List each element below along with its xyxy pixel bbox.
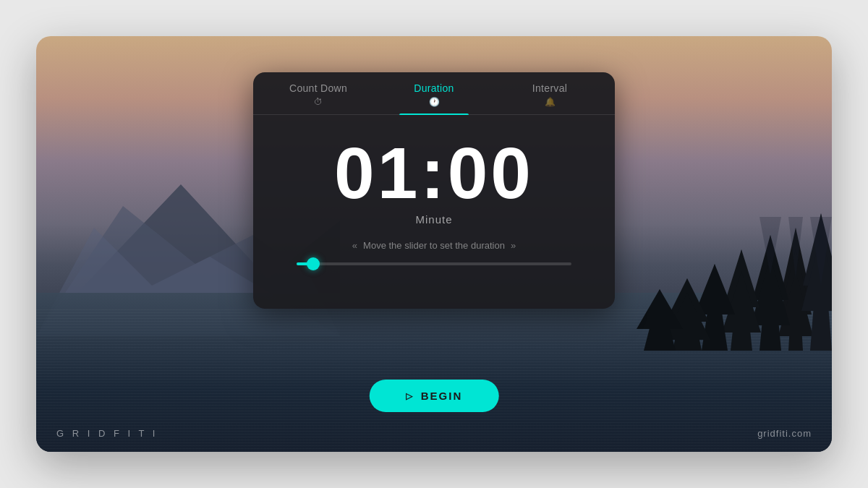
- main-panel: Count Down ⏱ Duration 🕐 Interval 🔔 01:00…: [253, 72, 615, 309]
- slider-container: [282, 262, 586, 265]
- tab-countdown-icon: ⏱: [314, 97, 323, 107]
- tab-duration-icon: 🕐: [429, 97, 440, 107]
- tab-duration[interactable]: Duration 🕐: [376, 72, 492, 114]
- timer-unit: Minute: [415, 213, 452, 226]
- slider-hint: « Move the slider to set the duration »: [352, 240, 516, 251]
- tree-silhouettes: [600, 83, 832, 351]
- tab-countdown-label: Count Down: [289, 82, 347, 94]
- begin-button-wrapper: ▷ BEGIN: [370, 380, 499, 412]
- tab-bar: Count Down ⏱ Duration 🕐 Interval 🔔: [253, 72, 615, 115]
- begin-button[interactable]: ▷ BEGIN: [370, 380, 499, 412]
- play-icon: ▷: [406, 391, 414, 401]
- slider-thumb[interactable]: [307, 257, 320, 270]
- brand-right: gridfiti.com: [757, 428, 812, 439]
- timer-section: 01:00 Minute « Move the slider to set th…: [253, 115, 615, 280]
- tab-countdown[interactable]: Count Down ⏱: [260, 72, 376, 114]
- hint-right-arrows: »: [511, 240, 516, 251]
- tab-interval-label: Interval: [532, 82, 567, 94]
- hint-text: Move the slider to set the duration: [363, 240, 505, 251]
- hint-left-arrows: «: [352, 240, 357, 251]
- tab-interval[interactable]: Interval 🔔: [492, 72, 608, 114]
- tab-duration-label: Duration: [414, 82, 454, 94]
- outer-card: G R I D F I T I gridfiti.com Count Down …: [36, 36, 832, 452]
- tab-interval-icon: 🔔: [545, 97, 556, 107]
- slider-track: [297, 262, 571, 265]
- begin-label: BEGIN: [421, 390, 463, 402]
- brand-left: G R I D F I T I: [56, 428, 158, 439]
- timer-display: 01:00: [334, 137, 534, 209]
